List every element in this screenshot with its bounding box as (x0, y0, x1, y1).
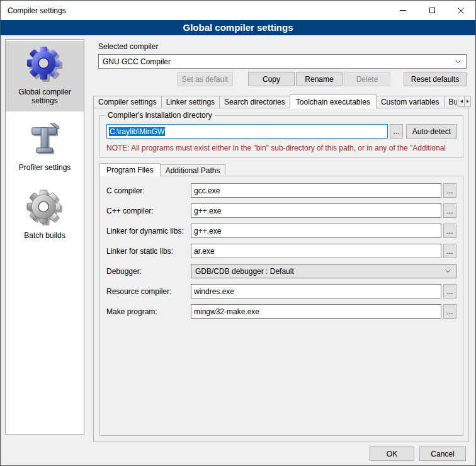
tab-scrollers (458, 96, 471, 107)
page-title: Global compiler settings (1, 20, 475, 35)
sidebar-item-batch-builds[interactable]: Batch builds (6, 185, 84, 246)
sidebar-item-label: Batch builds (24, 231, 65, 240)
settings-tabstrip: Compiler settings Linker settings Search… (93, 94, 457, 108)
c-compiler-input[interactable] (191, 183, 441, 198)
caption-buttons (388, 1, 475, 20)
settings-sidebar: Global compiler settings (5, 39, 84, 435)
field-row-resource-compiler: Resource compiler: ... (106, 284, 456, 298)
tab-toolchain-executables[interactable]: Toolchain executables (290, 94, 377, 108)
rename-button[interactable]: Rename (296, 72, 343, 86)
chevron-down-icon (455, 60, 461, 63)
tab-linker-settings[interactable]: Linker settings (161, 96, 220, 108)
maximize-icon (429, 8, 435, 13)
profiler-clamp-icon (28, 123, 62, 158)
set-as-default-button[interactable]: Set as default (177, 72, 233, 86)
sidebar-item-label: Profiler settings (19, 163, 71, 172)
close-button[interactable] (446, 1, 475, 20)
field-label: Debugger: (106, 267, 191, 276)
selected-compiler-label: Selected compiler (98, 42, 158, 51)
dynamic-linker-browse-button[interactable]: ... (443, 224, 456, 238)
installation-directory-groupbox: Compiler's installation directory C:\ray… (99, 115, 463, 158)
field-label: C++ compiler: (106, 207, 191, 215)
tab-search-directories[interactable]: Search directories (219, 96, 290, 108)
dynamic-linker-input[interactable] (191, 224, 441, 238)
field-label: Linker for static libs: (106, 247, 191, 256)
tab-compiler-settings[interactable]: Compiler settings (93, 96, 162, 108)
field-row-dynamic-linker: Linker for dynamic libs: ... (106, 224, 456, 238)
minimize-button[interactable] (388, 1, 417, 20)
executables-subtabstrip: Program Files Additional Paths (99, 163, 225, 176)
titlebar: Compiler settings (1, 1, 475, 20)
minimize-icon (400, 10, 406, 11)
program-files-fields: C compiler: ... C++ compiler: ... Linker… (100, 176, 463, 435)
sidebar-item-profiler-settings[interactable]: Profiler settings (6, 118, 84, 178)
resource-compiler-input[interactable] (191, 284, 441, 298)
auto-detect-button[interactable]: Auto-detect (406, 124, 457, 139)
compiler-settings-dialog: Compiler settings Global compiler settin… (0, 0, 476, 466)
installation-directory-selected-text: C:\raylib\MinGW (109, 127, 165, 136)
gear-gray-icon (26, 190, 63, 226)
subtab-additional-paths[interactable]: Additional Paths (160, 164, 226, 176)
installation-directory-row: C:\raylib\MinGW ... Auto-detect (106, 124, 457, 139)
cancel-button[interactable]: Cancel (419, 446, 466, 461)
field-row-c-compiler: C compiler: ... (106, 183, 456, 198)
c-compiler-browse-button[interactable]: ... (443, 183, 456, 198)
copy-button[interactable]: Copy (248, 72, 295, 86)
field-label: C compiler: (106, 186, 191, 195)
tab-custom-variables[interactable]: Custom variables (376, 96, 445, 108)
field-row-cpp-compiler: C++ compiler: ... (106, 203, 456, 218)
reset-defaults-button[interactable]: Reset defaults (404, 72, 467, 86)
chevron-down-icon (445, 270, 451, 273)
compiler-combobox-value: GNU GCC Compiler (103, 57, 171, 66)
tab-build-options[interactable]: Build (444, 96, 457, 108)
sidebar-item-global-compiler-settings[interactable]: Global compiler settings (6, 41, 84, 111)
static-linker-input[interactable] (191, 244, 441, 258)
toolchain-executables-page: Compiler's installation directory C:\ray… (93, 108, 469, 441)
installation-directory-group-title: Compiler's installation directory (105, 111, 215, 120)
browse-directory-button[interactable]: ... (390, 124, 403, 139)
resource-compiler-browse-button[interactable]: ... (443, 284, 456, 298)
tab-scroll-right-button[interactable] (464, 96, 471, 107)
compiler-combobox[interactable]: GNU GCC Compiler (98, 54, 467, 69)
sidebar-item-label: Global compiler settings (7, 88, 82, 105)
note-text: NOTE: All programs must exist either in … (106, 144, 461, 152)
field-label: Make program: (106, 307, 191, 316)
gear-blue-icon (26, 46, 63, 82)
field-row-make-program: Make program: ... (106, 304, 456, 319)
static-linker-browse-button[interactable]: ... (443, 244, 456, 258)
cpp-compiler-input[interactable] (191, 203, 441, 218)
arrow-right-icon (467, 99, 469, 103)
field-label: Resource compiler: (106, 287, 191, 296)
debugger-select-value: GDB/CDB debugger : Default (195, 267, 294, 276)
delete-button[interactable]: Delete (344, 72, 390, 86)
subtab-program-files[interactable]: Program Files (99, 163, 161, 176)
field-row-debugger: Debugger: GDB/CDB debugger : Default (106, 264, 456, 278)
close-icon (458, 8, 464, 14)
make-program-input[interactable] (191, 304, 441, 319)
field-row-static-linker: Linker for static libs: ... (106, 244, 456, 258)
program-files-panel: C compiler: ... C++ compiler: ... Linker… (99, 176, 463, 436)
window-title: Compiler settings (1, 6, 66, 15)
make-program-browse-button[interactable]: ... (443, 304, 456, 319)
maximize-button[interactable] (417, 1, 446, 20)
ok-button[interactable]: OK (370, 446, 414, 461)
installation-directory-input[interactable]: C:\raylib\MinGW (106, 124, 388, 139)
arrow-left-icon (460, 99, 463, 103)
cpp-compiler-browse-button[interactable]: ... (443, 203, 456, 218)
debugger-select[interactable]: GDB/CDB debugger : Default (191, 264, 456, 278)
field-label: Linker for dynamic libs: (106, 227, 191, 236)
compiler-actions: Set as default Copy Rename Delete Reset … (177, 72, 467, 86)
